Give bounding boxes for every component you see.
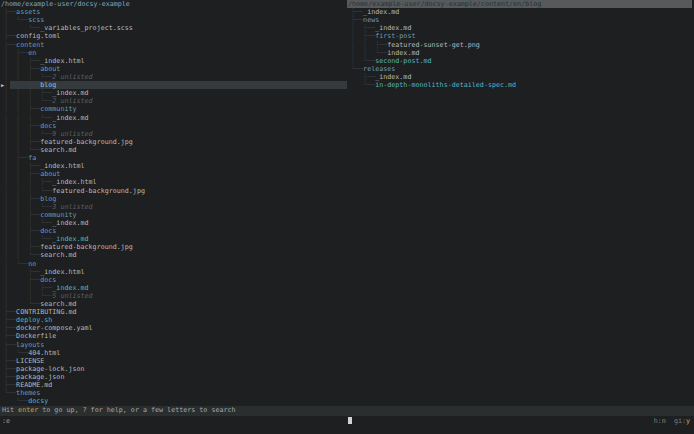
dir-label: about (40, 170, 60, 178)
tree-row[interactable]: │ ├──_index.md (347, 24, 694, 32)
tree-row[interactable]: │ │ │ └──_index.md (0, 235, 347, 243)
tree-guides: │ │ │ ├── (0, 178, 52, 186)
tree-row[interactable]: │ │ │ └──2 unlisted (0, 73, 347, 81)
tree-guides: │ └── (0, 24, 40, 32)
tree-row[interactable]: │ └──search.md (0, 300, 347, 308)
file-label: config.toml (16, 32, 60, 40)
tree-row[interactable]: │ │ ├──_index.md (0, 284, 347, 292)
file-label: _index.md (363, 8, 399, 16)
file-label: _index.md (52, 235, 88, 243)
file-label: in-depth-monoliths-detailed-spec.md (375, 81, 516, 89)
file-label: search.md (40, 146, 76, 154)
tree-row[interactable]: │ │ │ └──3 unlisted (0, 203, 347, 211)
tree-row[interactable]: └──in-depth-monoliths-detailed-spec.md (347, 81, 694, 89)
dir-label: releases (363, 65, 395, 73)
tree-row[interactable]: │ │ ├──featured-sunset-get.png (347, 41, 694, 49)
tree-row[interactable]: └──themes (0, 389, 347, 397)
tree-row[interactable]: │ │ └──5 unlisted (0, 292, 347, 300)
tree-row[interactable]: ├──CONTRIBUTING.md (0, 308, 347, 316)
tree-row[interactable]: ├──package.json (0, 373, 347, 381)
tree-row[interactable]: │ │ ├──blog (0, 195, 347, 203)
tree-guides: │ │ ├── (0, 138, 40, 146)
tree-row[interactable]: │ └──no (0, 260, 347, 268)
right-panel-path[interactable]: /home/example-user/docsy-example/content… (347, 0, 692, 8)
tree-row[interactable]: │ │ │ └──9 unlisted (0, 130, 347, 138)
tree-row[interactable]: │ │ ├──about (0, 170, 347, 178)
dir-label: en (28, 49, 36, 57)
tree-guides: │ │ │ └── (0, 219, 52, 227)
tree-row[interactable]: │ │ │ └──_index.md (0, 114, 347, 122)
dir-label: fa (28, 154, 36, 162)
tree-row[interactable]: ├──Dockerfile (0, 332, 347, 340)
left-panel-path[interactable]: /home/example-user/docsy-example (0, 0, 347, 8)
file-label: Dockerfile (16, 332, 56, 340)
file-label: _index.md (52, 219, 88, 227)
tree-row[interactable]: │ └──_variables_project.scss (0, 24, 347, 32)
right-panel: /home/example-user/docsy-example/content… (347, 0, 694, 89)
tree-row[interactable]: │ └──scss (0, 16, 347, 24)
tree-row[interactable]: │ │ │ ├──_index.md (0, 89, 347, 97)
tree-row[interactable]: │ ├──first-post (347, 32, 694, 40)
tree-row[interactable]: ├──content (0, 41, 347, 49)
tree-row[interactable]: ├──_index.md (347, 8, 694, 16)
dir-label: layouts (16, 341, 44, 349)
tree-row[interactable]: │ │ ├──_index.html (0, 57, 347, 65)
tree-row[interactable]: │ │ │ ├──_index.html (0, 178, 347, 186)
tree-row[interactable]: │ │ ├──_index.html (0, 162, 347, 170)
tree-row[interactable]: │ ├──docs (0, 276, 347, 284)
tree-row[interactable]: │ │ ├──community (0, 105, 347, 113)
tree-guides: ├── (0, 381, 16, 389)
tree-row[interactable]: │ └──second-post.md (347, 57, 694, 65)
tree-row[interactable]: └──releases (347, 65, 694, 73)
tree-row[interactable]: ├──package-lock.json (0, 365, 347, 373)
tree-row[interactable]: ├──docker-compose.yaml (0, 324, 347, 332)
tree-row[interactable]: │ │ ├──about (0, 65, 347, 73)
dir-label: content (16, 41, 44, 49)
tree-guides: │ │ │ └── (0, 130, 52, 138)
tree-guides: ├── (0, 8, 16, 16)
tree-row[interactable]: │ │ │ └──featured-background.jpg (0, 187, 347, 195)
tree-row[interactable]: │ ├──fa (0, 154, 347, 162)
tree-row[interactable]: ├──deploy.sh (0, 316, 347, 324)
tree-guides: ├── (347, 8, 363, 16)
tree-row[interactable]: │ │ ├──docs (0, 122, 347, 130)
unlisted-count: 9 unlisted (52, 130, 92, 138)
tree-row[interactable]: │ │ │ └──2 unlisted (0, 97, 347, 105)
tree-guides: │ └── (0, 349, 28, 357)
tree-row[interactable]: │ ├──_index.html (0, 268, 347, 276)
tree-row[interactable]: │ │ ├──community (0, 211, 347, 219)
tree-row[interactable]: │ │ ├──featured-background.jpg (0, 243, 347, 251)
file-label: search.md (40, 251, 76, 259)
tree-guides: │ │ ├── (0, 227, 40, 235)
file-label: package-lock.json (16, 365, 84, 373)
tree-row[interactable]: │ │ │ └──_index.md (0, 219, 347, 227)
tree-guides: │ ├── (0, 268, 40, 276)
tree-guides: │ │ ├── (0, 162, 40, 170)
tree-row[interactable]: ├──layouts (0, 341, 347, 349)
tree-row[interactable]: │ └──404.html (0, 349, 347, 357)
flag-value: n (662, 417, 666, 425)
tree-guides: │ ├── (347, 32, 375, 40)
tree-row[interactable]: ├──README.md (0, 381, 347, 389)
tree-row[interactable]: │ │ └──index.md (347, 49, 694, 57)
tree-row[interactable]: │ │ └──search.md (0, 251, 347, 259)
tree-row[interactable]: │ ├──en (0, 49, 347, 57)
tree-row[interactable]: ├──news (347, 16, 694, 24)
tree-row[interactable]: ▶ │ │ ├──blog (0, 81, 347, 89)
right-tree: ├──_index.md ├──news │ ├──_index.md │ ├─… (347, 8, 694, 89)
tree-row[interactable]: └──docsy (0, 397, 347, 405)
file-label: _variables_project.scss (40, 24, 133, 32)
tree-row[interactable]: │ │ └──search.md (0, 146, 347, 154)
left-panel-input[interactable]: :e (2, 416, 10, 426)
tree-guides: │ ├── (0, 154, 28, 162)
tree-row[interactable]: ├──assets (0, 8, 347, 16)
tree-guides: │ │ └── (347, 49, 387, 57)
tree-row[interactable]: ├──_index.md (347, 73, 694, 81)
tree-row[interactable]: ├──config.toml (0, 32, 347, 40)
file-label: README.md (16, 381, 52, 389)
tree-row[interactable]: ├──LICENSE (0, 357, 347, 365)
tree-guides: │ │ │ └── (0, 97, 52, 105)
text-cursor[interactable] (348, 417, 352, 424)
tree-row[interactable]: │ │ ├──featured-background.jpg (0, 138, 347, 146)
tree-row[interactable]: │ │ ├──docs (0, 227, 347, 235)
